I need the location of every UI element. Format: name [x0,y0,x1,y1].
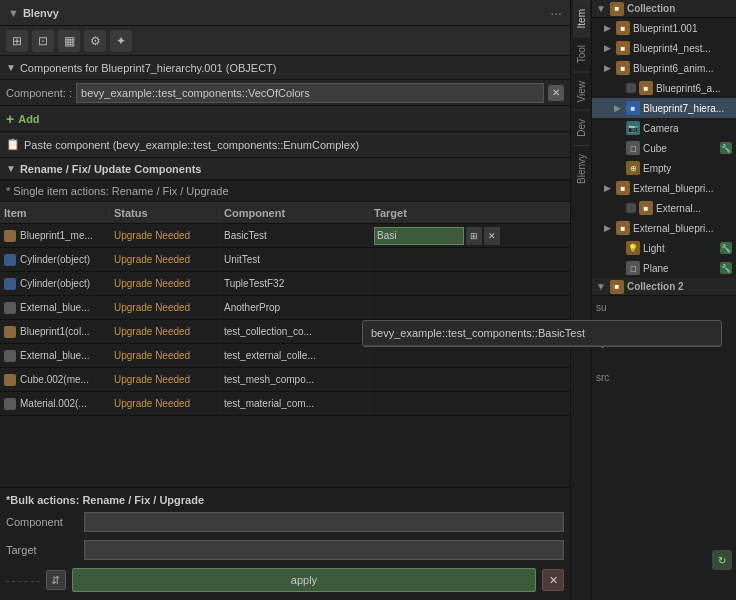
target-input[interactable] [374,227,464,245]
tree-item-external2[interactable]: ▶ ■ External_bluepri... [592,218,736,238]
side-tab-tool[interactable]: Tool [573,36,590,71]
cell-component: AnotherProp [220,296,370,319]
cell-target [370,272,570,295]
paste-icon: 📋 [6,138,20,151]
right-panel: ▼ ■ Collection ▶ ■ Blueprint1.001 ▶ ■ Bl… [592,0,736,600]
autocomplete-dropdown: bevy_example::test_components::BasicTest [362,320,722,347]
item-type-icon [4,230,16,242]
target-confirm-btn[interactable]: ⊞ [466,227,482,245]
tree-item-blueprint7[interactable]: ▶ ■ Blueprint7_hiera... [592,98,736,118]
cell-component: TupleTestF32 [220,272,370,295]
toolbar-icon-3[interactable]: ▦ [58,30,80,52]
item-type-icon [4,254,16,266]
collapse-triangle[interactable]: ▼ [6,62,16,73]
component-input-row: Component: : ✕ [0,80,570,106]
chevron-icon: ▶ [604,43,616,53]
collection2-chevron: ▼ [596,281,606,292]
component-header-text: Components for Blueprint7_hierarchy.001 … [20,62,277,74]
apply-button[interactable]: apply [72,568,536,592]
add-row: + Add [0,106,570,132]
paste-text[interactable]: Paste component (bevy_example::test_comp… [24,139,359,151]
collection2-icon: ■ [610,280,624,294]
blueprint-icon: ■ [626,101,640,115]
collection-label: Collection [627,3,675,14]
cell-item: Blueprint1_me... [0,224,110,247]
tree-item-label: External... [656,203,701,214]
bulk-section: *Bulk actions: Rename / Fix / Upgrade Co… [0,487,570,600]
item-type-icon [4,302,16,314]
bottom-icon-1[interactable]: ↻ [712,550,732,570]
item-type-icon [4,374,16,386]
toolbar-icon-1[interactable]: ⊞ [6,30,28,52]
cell-target [370,392,570,415]
menu-dots[interactable]: ··· [550,5,562,21]
collapse-icon: ▼ [8,7,19,19]
tree-item-external1[interactable]: ▶ ■ External_bluepri... [592,178,736,198]
toolbar-icon-2[interactable]: ⊡ [32,30,54,52]
tree-item-blueprint4[interactable]: ▶ ■ Blueprint4_nest... [592,38,736,58]
tree-item-label: Blueprint1.001 [633,23,698,34]
tree-item-label: Blueprint6_anim... [633,63,714,74]
tree-item-light[interactable]: 💡 Light 🔧 [592,238,736,258]
cell-component: test_material_com... [220,392,370,415]
app-title: Blenvy [23,7,59,19]
toolbar-icon-5[interactable]: ✦ [110,30,132,52]
tree-item-cube[interactable]: ◻ Cube 🔧 [592,138,736,158]
blueprint-icon: ■ [616,41,630,55]
tree-item-label: Blueprint6_a... [656,83,721,94]
dropdown-option[interactable]: bevy_example::test_components::BasicTest [363,321,721,346]
col-header-component: Component [220,207,370,219]
cell-item: External_blue... [0,296,110,319]
table-row: Blueprint1_me... Upgrade Needed BasicTes… [0,224,570,248]
cell-item: External_blue... [0,344,110,367]
cell-status: Upgrade Needed [110,320,220,343]
target-close-btn[interactable]: ✕ [484,227,500,245]
tree-item-blueprint6-anim[interactable]: ▶ ■ Blueprint6_anim... [592,58,736,78]
tree-item-empty[interactable]: ⊕ Empty [592,158,736,178]
blueprint-icon: ■ [616,61,630,75]
light-icon: 💡 [626,241,640,255]
cell-component: test_collection_co... [220,320,370,343]
top-bar: ▼ Blenvy ··· [0,0,570,26]
blueprint-icon: ■ [616,21,630,35]
bulk-close-button[interactable]: ✕ [542,569,564,591]
chevron-icon: ▶ [614,103,626,113]
side-tab-item[interactable]: Item [573,0,590,36]
add-button[interactable]: Add [18,113,39,125]
link-icon [626,203,636,213]
table-row: Cylinder(object) Upgrade Needed TupleTes… [0,272,570,296]
item-type-icon [4,350,16,362]
cell-component: UnitTest [220,248,370,271]
info-text-row: * Single item actions: Rename / Fix / Up… [0,180,570,202]
side-tab-dev[interactable]: Dev [573,110,590,145]
tree-item-blueprint6-a[interactable]: ■ Blueprint6_a... [592,78,736,98]
cell-component: BasicTest [220,224,370,247]
side-tab-blenvy[interactable]: Blenvy [573,145,590,192]
cell-target [370,248,570,271]
item-type-icon [4,278,16,290]
cell-item: Material.002(... [0,392,110,415]
component-input[interactable] [76,83,544,103]
tree-item-plane[interactable]: ◻ Plane 🔧 [592,258,736,278]
tree-item-camera[interactable]: 📷 Camera [592,118,736,138]
cube-extra-icon: 🔧 [720,142,732,154]
cell-status: Upgrade Needed [110,392,220,415]
plane-extra-icon: 🔧 [720,262,732,274]
light-extra-icon: 🔧 [720,242,732,254]
side-tab-view[interactable]: View [573,72,590,111]
toolbar: ⊞ ⊡ ▦ ⚙ ✦ [0,26,570,56]
bulk-component-input[interactable] [84,512,564,532]
bulk-target-input[interactable] [84,540,564,560]
bulk-target-row: Target [6,536,564,564]
collection2-header: ▼ ■ Collection 2 [592,278,736,296]
toolbar-icon-4[interactable]: ⚙ [84,30,106,52]
plane-icon: ◻ [626,261,640,275]
tree-item-blueprint1[interactable]: ▶ ■ Blueprint1.001 [592,18,736,38]
table-row: Cylinder(object) Upgrade Needed UnitTest [0,248,570,272]
tree-item-external-sub[interactable]: ■ External... [592,198,736,218]
tree-item-label: Cube [643,143,667,154]
rename-collapse-triangle[interactable]: ▼ [6,163,16,174]
tree-item-label: Light [643,243,665,254]
bulk-action-icon-1[interactable]: ⇵ [46,570,66,590]
component-close-button[interactable]: ✕ [548,85,564,101]
